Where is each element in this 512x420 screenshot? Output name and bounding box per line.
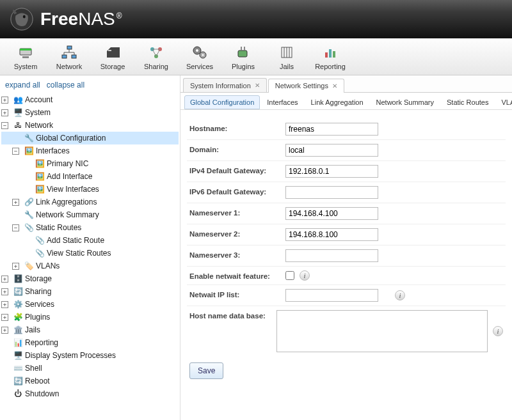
tree-reporting[interactable]: 📊Reporting bbox=[1, 336, 179, 349]
info-icon[interactable]: i bbox=[395, 290, 405, 300]
add-nic-icon: 🖼️ bbox=[35, 171, 45, 182]
subtab-interfaces[interactable]: Interfaces bbox=[261, 95, 303, 109]
content-area: System Information✕ Network Settings✕ Gl… bbox=[180, 75, 512, 420]
tree-network[interactable]: −🖧Network bbox=[1, 119, 179, 132]
expand-all-link[interactable]: expand all bbox=[5, 81, 40, 89]
tree-account[interactable]: +👥Account bbox=[1, 93, 179, 106]
nameserver2-input[interactable] bbox=[285, 228, 378, 241]
info-icon[interactable]: i bbox=[493, 326, 503, 336]
toolbar-plugins[interactable]: Plugins bbox=[221, 40, 265, 74]
netwait-ip-input[interactable] bbox=[285, 289, 378, 302]
tree-interfaces[interactable]: −🖼️Interfaces bbox=[1, 144, 179, 157]
hosts-label: Host name data base: bbox=[189, 310, 276, 320]
main-toolbar: System Network Storage Sharing Services … bbox=[0, 38, 512, 75]
wrench-icon: 🔧 bbox=[24, 210, 34, 220]
ipv4-gateway-input[interactable] bbox=[285, 165, 378, 178]
tree-system[interactable]: +🖥️System bbox=[1, 106, 179, 119]
tree-link-agg[interactable]: +🔗Link Aggregations bbox=[1, 196, 179, 208]
expand-icon[interactable]: + bbox=[1, 97, 8, 104]
close-icon[interactable]: ✕ bbox=[332, 82, 337, 89]
hostname-input[interactable] bbox=[285, 123, 378, 136]
subtab-routes[interactable]: Static Routes bbox=[441, 95, 494, 109]
nameserver1-input[interactable] bbox=[285, 207, 378, 220]
toolbar-sharing[interactable]: Sharing bbox=[134, 40, 178, 74]
domain-label: Domain: bbox=[189, 144, 285, 153]
tree-primary-nic[interactable]: 🖼️Primary NIC bbox=[1, 157, 179, 170]
subtab-lagg[interactable]: Link Aggregation bbox=[305, 95, 369, 109]
toolbar-label: Reporting bbox=[315, 63, 346, 70]
tree-shell[interactable]: ⌨️Shell bbox=[1, 362, 179, 375]
tree-jails[interactable]: +🏛️Jails bbox=[1, 323, 179, 336]
tree-reboot[interactable]: 🔄Reboot bbox=[1, 375, 179, 387]
services-icon: ⚙️ bbox=[13, 299, 23, 309]
save-button[interactable]: Save bbox=[189, 362, 223, 379]
toolbar-services[interactable]: Services bbox=[178, 40, 221, 74]
tree-net-summary[interactable]: 🔧Network Summary bbox=[1, 208, 179, 221]
expand-icon[interactable]: + bbox=[1, 327, 8, 334]
nic-icon: 🖼️ bbox=[35, 159, 45, 169]
collapse-all-link[interactable]: collapse all bbox=[47, 81, 84, 89]
global-config-form: Hostname: Domain: IPv4 Default Gateway: … bbox=[180, 110, 512, 394]
tree-sharing[interactable]: +🔄Sharing bbox=[1, 285, 179, 298]
subtab-summary[interactable]: Network Summary bbox=[371, 95, 440, 109]
tree-add-static[interactable]: 📎Add Static Route bbox=[1, 234, 179, 247]
expand-icon[interactable]: + bbox=[12, 199, 19, 206]
collapse-icon[interactable]: − bbox=[1, 122, 8, 129]
brand-rest: NAS bbox=[78, 9, 115, 29]
route-icon: 📎 bbox=[24, 222, 34, 233]
ns2-label: Nameserver 2: bbox=[189, 228, 285, 238]
toolbar-network[interactable]: Network bbox=[47, 40, 91, 74]
svg-rect-7 bbox=[72, 55, 76, 58]
shutdown-icon: ⏻ bbox=[13, 389, 23, 399]
reporting-icon bbox=[322, 43, 339, 61]
subtab-vlan[interactable]: VLAN bbox=[495, 95, 512, 109]
tab-network-settings[interactable]: Network Settings✕ bbox=[268, 79, 344, 93]
toolbar-label: Network bbox=[56, 63, 82, 70]
tree-vlans[interactable]: +🏷️VLANs bbox=[1, 260, 179, 272]
tree-static-routes[interactable]: −📎Static Routes bbox=[1, 221, 179, 234]
expand-icon[interactable]: + bbox=[1, 109, 8, 116]
hosts-textarea[interactable] bbox=[276, 310, 488, 352]
netwait-checkbox[interactable] bbox=[285, 271, 294, 280]
collapse-icon[interactable]: − bbox=[12, 148, 19, 155]
ipv6-gateway-input[interactable] bbox=[285, 186, 378, 199]
svg-rect-25 bbox=[333, 51, 335, 58]
link-icon: 🔗 bbox=[24, 197, 34, 207]
tree-controls: expand all collapse all bbox=[1, 78, 179, 92]
tab-system-info[interactable]: System Information✕ bbox=[183, 78, 267, 92]
domain-input[interactable] bbox=[285, 144, 378, 157]
svg-rect-4 bbox=[22, 56, 29, 58]
expand-icon[interactable]: + bbox=[1, 314, 8, 321]
tree-storage[interactable]: +🗄️Storage bbox=[1, 272, 179, 285]
toolbar-reporting[interactable]: Reporting bbox=[308, 40, 352, 74]
toolbar-system[interactable]: System bbox=[4, 40, 47, 74]
expand-icon[interactable]: + bbox=[1, 276, 8, 283]
close-icon[interactable]: ✕ bbox=[255, 82, 260, 89]
toolbar-label: Plugins bbox=[232, 63, 255, 70]
subtab-global[interactable]: Global Configuration bbox=[184, 95, 260, 109]
network-icon bbox=[61, 43, 77, 61]
reporting-icon: 📊 bbox=[13, 338, 23, 348]
tree-view-interfaces[interactable]: 🖼️View Interfaces bbox=[1, 183, 179, 196]
toolbar-storage[interactable]: Storage bbox=[91, 40, 134, 74]
tree-services[interactable]: +⚙️Services bbox=[1, 298, 179, 311]
svg-rect-5 bbox=[67, 46, 72, 49]
toolbar-jails[interactable]: Jails bbox=[265, 40, 308, 74]
tree-add-interface[interactable]: 🖼️Add Interface bbox=[1, 170, 179, 183]
toolbar-label: Jails bbox=[280, 63, 294, 70]
collapse-icon[interactable]: − bbox=[12, 224, 19, 231]
info-icon[interactable]: i bbox=[300, 270, 310, 281]
tree-shutdown[interactable]: ⏻Shutdown bbox=[1, 387, 179, 400]
sharing-icon: 🔄 bbox=[13, 286, 23, 297]
toolbar-label: Services bbox=[186, 63, 213, 70]
nameserver3-input[interactable] bbox=[285, 249, 378, 262]
tree-plugins[interactable]: +🧩Plugins bbox=[1, 311, 179, 323]
tree-processes[interactable]: 🖥️Display System Processes bbox=[1, 349, 179, 362]
svg-rect-17 bbox=[241, 47, 242, 51]
expand-icon[interactable]: + bbox=[1, 288, 8, 295]
tree-global-config[interactable]: 🔧Global Configuration bbox=[1, 132, 179, 144]
svg-rect-8 bbox=[108, 50, 111, 51]
tree-view-static[interactable]: 📎View Static Routes bbox=[1, 247, 179, 260]
expand-icon[interactable]: + bbox=[12, 263, 19, 270]
expand-icon[interactable]: + bbox=[1, 301, 8, 308]
